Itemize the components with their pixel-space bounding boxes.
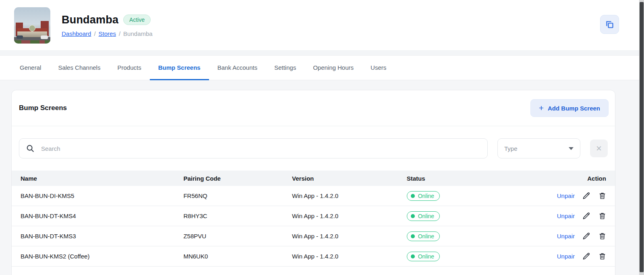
tab-label: Products [117,64,141,71]
column-header-version: Version [283,175,398,182]
x-icon: × [596,144,602,153]
unpair-link[interactable]: Unpair [557,233,575,240]
delete-button[interactable] [598,212,606,220]
tab-products[interactable]: Products [109,56,149,80]
search-box [19,138,488,158]
cell-name: BAN-BUN-DI-KMS5 [12,192,174,199]
tab-opening-hours[interactable]: Opening Hours [304,56,362,80]
trash-icon [598,252,606,260]
add-bump-screen-button[interactable]: + Add Bump Screen [530,99,609,117]
tab-bank-accounts[interactable]: Bank Accounts [209,56,266,80]
column-header-pairing-code: Pairing Code [174,175,283,182]
cell-pairing-code: R8HY3C [174,212,283,219]
unpair-link[interactable]: Unpair [557,253,575,260]
table-row: BAN-BUN-DI-KMS5 FR56NQ Win App - 1.4.2.0… [12,186,615,206]
tab-label: Bank Accounts [217,64,257,71]
pencil-icon [582,252,591,260]
copy-icon [605,20,615,29]
dot-icon [411,214,415,218]
cell-version: Win App - 1.4.2.0 [283,212,398,219]
column-header-name: Name [12,175,174,182]
add-button-label: Add Bump Screen [548,105,600,112]
tab-bar: General Sales Channels Products Bump Scr… [0,56,639,80]
dot-icon [411,254,415,258]
online-status-badge: Online [407,191,440,201]
table-row: BAN-BUN-DT-KMS4 R8HY3C Win App - 1.4.2.0… [12,206,615,226]
chevron-down-icon [569,147,574,150]
cell-status: Online [398,211,546,221]
cell-status: Online [398,231,546,241]
card-title: Bump Screens [19,104,67,112]
cell-version: Win App - 1.4.2.0 [283,192,398,199]
delete-button[interactable] [598,192,606,200]
tab-label: Sales Channels [58,64,100,71]
column-header-status: Status [398,175,546,182]
status-label: Online [418,213,434,219]
online-status-badge: Online [407,252,440,261]
bump-screens-table: Name Pairing Code Version Status Action … [12,171,615,267]
tab-general[interactable]: General [11,56,50,80]
cell-status: Online [398,191,546,201]
search-icon [26,144,35,153]
tab-label: Settings [274,64,296,71]
cell-version: Win App - 1.4.2.0 [283,233,398,240]
breadcrumb-current: Bundamba [123,30,153,37]
breadcrumb-link-stores[interactable]: Stores [99,30,116,37]
table-row: BAN-BUN-DT-KMS3 Z58PVU Win App - 1.4.2.0… [12,226,615,246]
bump-screens-card: Bump Screens + Add Bump Screen [11,90,615,275]
edit-button[interactable] [582,192,591,200]
edit-button[interactable] [582,212,591,220]
unpair-link[interactable]: Unpair [557,192,575,199]
dot-icon [411,234,415,238]
delete-button[interactable] [598,232,606,240]
table-row: BAN-BUN-KMS2 (Coffee) MN6UK0 Win App - 1… [12,246,615,267]
online-status-badge: Online [407,231,440,241]
tab-bump-screens[interactable]: Bump Screens [150,56,209,80]
tab-sales-channels[interactable]: Sales Channels [50,56,109,80]
store-header: Bundamba Active Dashboard / Stores / Bun… [0,0,639,50]
copy-store-button[interactable] [600,15,619,34]
breadcrumb-separator: / [94,30,95,37]
pencil-icon [582,232,591,240]
cell-name: BAN-BUN-DT-KMS4 [12,212,174,219]
cell-status: Online [398,252,546,261]
main-content: Bump Screens + Add Bump Screen [0,80,639,275]
tab-label: Users [371,64,386,71]
cell-action: Unpair [557,252,615,260]
column-header-action: Action [587,175,615,182]
cell-name: BAN-BUN-KMS2 (Coffee) [12,253,174,260]
cell-action: Unpair [557,192,615,200]
pencil-icon [582,192,591,200]
status-label: Online [418,253,434,260]
scrollbar-thumb[interactable] [640,2,644,272]
trash-icon [598,192,606,200]
breadcrumb: Dashboard / Stores / Bundamba [62,30,153,37]
clear-filters-button[interactable]: × [590,140,608,157]
cell-pairing-code: FR56NQ [174,192,283,199]
dot-icon [411,194,415,198]
pencil-icon [582,212,591,220]
table-header-row: Name Pairing Code Version Status Action [12,171,615,186]
edit-button[interactable] [582,232,591,240]
page: Bundamba Active Dashboard / Stores / Bun… [0,0,639,275]
type-filter-select[interactable]: Type [497,138,580,158]
breadcrumb-link-dashboard[interactable]: Dashboard [62,30,91,37]
breadcrumb-separator: / [119,30,120,37]
header-divider-strip [0,50,639,56]
cell-pairing-code: MN6UK0 [174,253,283,260]
unpair-link[interactable]: Unpair [557,212,575,219]
delete-button[interactable] [598,252,606,260]
edit-button[interactable] [582,252,591,260]
status-label: Online [418,193,434,199]
search-input[interactable] [41,145,481,152]
vertical-scrollbar[interactable] [639,0,644,275]
trash-icon [598,232,606,240]
tab-label: General [20,64,41,71]
table-body: BAN-BUN-DI-KMS5 FR56NQ Win App - 1.4.2.0… [12,186,615,267]
online-status-badge: Online [407,211,440,221]
trash-icon [598,212,606,220]
cell-name: BAN-BUN-DT-KMS3 [12,233,174,240]
tab-settings[interactable]: Settings [266,56,304,80]
tab-users[interactable]: Users [362,56,395,80]
status-label: Online [418,233,434,240]
